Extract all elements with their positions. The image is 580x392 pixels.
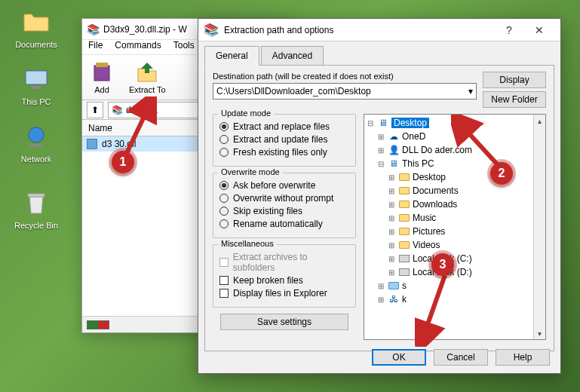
annotation-arrow-3 [415,271,460,347]
radio-rename-auto[interactable]: Rename automatically [219,219,349,229]
svg-line-7 [127,103,151,153]
check-display-explorer[interactable]: Display files in Explorer [219,288,349,299]
misc-group: Miscellaneous Extract archives to subfol… [213,244,356,308]
winrar-icon: 📚 [204,23,218,37]
group-title: Overwrite mode [218,167,283,176]
dialog-titlebar[interactable]: 📚 Extraction path and options ? ✕ [198,19,560,41]
svg-line-9 [422,275,445,339]
overwrite-mode-group: Overwrite mode Ask before overwrite Over… [213,173,356,238]
tab-advanced[interactable]: Advanced [261,46,324,65]
cancel-button[interactable]: Cancel [434,349,488,366]
save-settings-button[interactable]: Save settings [220,314,348,330]
titlebar-help-button[interactable]: ? [494,20,524,41]
recyclebin-icon [21,188,51,219]
desktop-icon-documents[interactable]: Documents [8,8,65,49]
tree-pc-pictures[interactable]: ⊞Pictures [366,225,532,238]
label: This PC [8,97,65,106]
radio-extract-replace[interactable]: Extract and replace files [219,121,349,132]
svg-line-8 [459,122,500,167]
tab-page-general: Destination path (will be created if doe… [204,65,554,351]
menu-tools[interactable]: Tools [173,40,195,54]
radio-ask-before[interactable]: Ask before overwrite [219,180,349,191]
ok-button[interactable]: OK [372,349,426,366]
annotation-badge-3: 3 [431,253,454,276]
winrar-icon: 📚 [87,23,99,35]
dialog-title: Extraction path and options [224,25,494,35]
radio-skip-existing[interactable]: Skip existing files [219,206,349,216]
new-folder-button[interactable]: New Folder [483,91,546,108]
label: Extract To [129,85,166,94]
toolbar-add[interactable]: Add [90,60,114,95]
winrar-title: D3dx9_30.dll.zip - W [103,24,187,35]
pc-icon [21,65,51,95]
desktop-icon-network[interactable]: Network [8,122,65,164]
help-button[interactable]: Help [496,349,550,366]
annotation-badge-1: 1 [112,151,134,173]
tree-pc-music[interactable]: ⊞Music [366,211,532,225]
destination-label: Destination path (will be created if doe… [213,72,477,81]
check-extract-subfolders[interactable]: Extract archives to subfolders [219,252,349,273]
dialog-button-row: OK Cancel Help [372,349,550,366]
scroll-down-icon[interactable]: ▾ [534,327,545,339]
add-icon [90,60,114,84]
svg-rect-3 [29,144,43,146]
label: Recycle Bin [8,221,65,230]
svg-point-2 [29,127,44,142]
update-mode-group: Update mode Extract and replace files Ex… [213,114,356,167]
annotation-badge-2: 2 [490,162,513,185]
tab-general[interactable]: General [204,46,259,66]
tree-pc-documents[interactable]: ⊞Documents [366,184,532,198]
label: Network [8,155,65,164]
nav-up-button[interactable]: ⬆ [87,102,103,118]
extraction-dialog: 📚 Extraction path and options ? ✕ Genera… [198,18,561,374]
radio-overwrite-noprompt[interactable]: Overwrite without prompt [219,193,349,204]
tree-scrollbar[interactable]: ▴ ▾ [533,115,545,339]
display-button[interactable]: Display [483,72,546,88]
tree-pc-videos[interactable]: ⊞Videos [366,238,532,252]
chevron-down-icon[interactable]: ▾ [468,86,473,96]
dll-icon [87,139,97,149]
network-icon [21,122,51,152]
group-title: Miscellaneous [218,239,277,248]
path-text: C:\Users\DllDownloader_com\Desktop [216,86,371,96]
label: Add [90,85,114,94]
annotation-arrow-1 [119,96,157,157]
desktop-icon-thispc[interactable]: This PC [8,65,65,106]
radio-extract-update[interactable]: Extract and update files [219,134,349,145]
check-keep-broken[interactable]: Keep broken files [219,275,349,286]
extract-icon [135,60,159,84]
group-title: Update mode [218,109,274,118]
radio-fresh-existing[interactable]: Fresh existing files only [219,147,349,158]
titlebar-close-button[interactable]: ✕ [524,20,554,41]
destination-path-input[interactable]: C:\Users\DllDownloader_com\Desktop ▾ [213,83,477,100]
toolbar-extract-to[interactable]: Extract To [129,60,166,95]
svg-rect-5 [94,66,109,81]
svg-rect-4 [28,194,44,197]
menu-file[interactable]: File [88,40,103,54]
svg-rect-6 [96,63,108,67]
dialog-tabs: General Advanced [198,41,560,65]
status-segment-icon [87,320,109,329]
folder-icon [21,8,51,38]
svg-rect-1 [32,86,41,89]
desktop-icon-recyclebin[interactable]: Recycle Bin [8,188,65,230]
scroll-up-icon[interactable]: ▴ [534,115,545,127]
menu-commands[interactable]: Commands [115,40,161,54]
tree-pc-downloads[interactable]: ⊞Downloads [366,198,532,211]
label: Documents [8,40,65,49]
svg-rect-0 [26,71,47,84]
